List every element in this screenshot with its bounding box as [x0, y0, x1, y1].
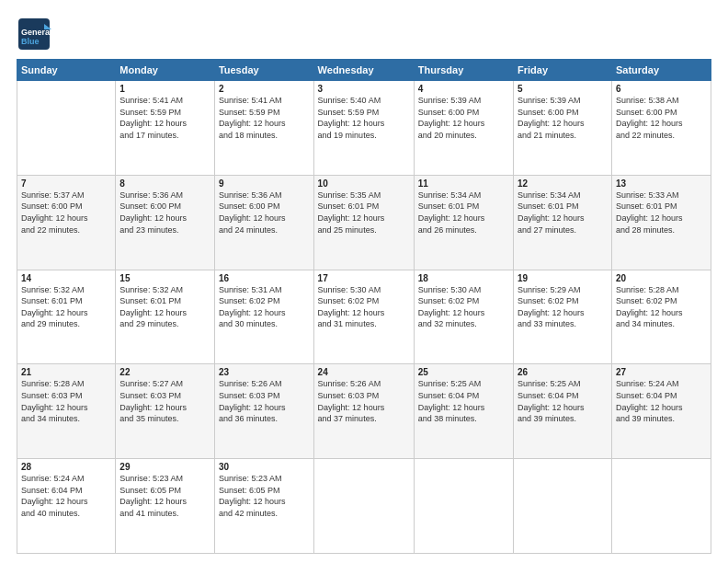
calendar-cell: 26Sunrise: 5:25 AM Sunset: 6:04 PM Dayli… [514, 364, 612, 459]
day-number: 25 [418, 367, 509, 377]
column-header-saturday: Saturday [611, 60, 711, 81]
day-number: 27 [616, 367, 707, 377]
day-number: 5 [518, 84, 608, 94]
day-number: 12 [518, 178, 608, 189]
day-info: Sunrise: 5:38 AM Sunset: 6:00 PM Dayligh… [616, 95, 707, 141]
day-info: Sunrise: 5:41 AM Sunset: 5:59 PM Dayligh… [119, 95, 210, 141]
calendar-week-row: 21Sunrise: 5:28 AM Sunset: 6:03 PM Dayli… [17, 364, 711, 459]
day-number: 4 [418, 84, 509, 94]
calendar-cell [611, 459, 711, 554]
calendar-cell: 21Sunrise: 5:28 AM Sunset: 6:03 PM Dayli… [17, 364, 116, 459]
day-info: Sunrise: 5:32 AM Sunset: 6:01 PM Dayligh… [21, 284, 111, 330]
calendar-cell: 1Sunrise: 5:41 AM Sunset: 5:59 PM Daylig… [116, 81, 215, 176]
day-info: Sunrise: 5:29 AM Sunset: 6:02 PM Dayligh… [518, 284, 608, 330]
day-info: Sunrise: 5:41 AM Sunset: 5:59 PM Dayligh… [219, 95, 310, 141]
calendar-cell: 25Sunrise: 5:25 AM Sunset: 6:04 PM Dayli… [414, 364, 513, 459]
day-info: Sunrise: 5:24 AM Sunset: 6:04 PM Dayligh… [616, 378, 707, 424]
day-number: 6 [616, 84, 707, 94]
calendar-cell: 10Sunrise: 5:35 AM Sunset: 6:01 PM Dayli… [313, 175, 414, 270]
calendar-cell: 16Sunrise: 5:31 AM Sunset: 6:02 PM Dayli… [214, 270, 313, 364]
day-number: 13 [616, 178, 707, 189]
calendar-cell [313, 459, 414, 554]
day-number: 22 [119, 367, 210, 377]
day-info: Sunrise: 5:36 AM Sunset: 6:00 PM Dayligh… [219, 190, 310, 236]
day-number: 23 [219, 367, 310, 377]
calendar-cell: 30Sunrise: 5:23 AM Sunset: 6:05 PM Dayli… [214, 459, 313, 554]
column-header-monday: Monday [116, 60, 215, 81]
day-info: Sunrise: 5:39 AM Sunset: 6:00 PM Dayligh… [418, 95, 509, 141]
day-number: 3 [318, 84, 410, 94]
calendar-cell: 9Sunrise: 5:36 AM Sunset: 6:00 PM Daylig… [214, 175, 313, 270]
day-number: 28 [21, 462, 111, 472]
header: General Blue [17, 17, 711, 52]
day-number: 16 [219, 273, 310, 283]
column-header-thursday: Thursday [414, 60, 513, 81]
calendar-cell: 2Sunrise: 5:41 AM Sunset: 5:59 PM Daylig… [214, 81, 313, 176]
day-info: Sunrise: 5:40 AM Sunset: 5:59 PM Dayligh… [318, 95, 410, 141]
day-info: Sunrise: 5:35 AM Sunset: 6:01 PM Dayligh… [318, 190, 410, 236]
day-info: Sunrise: 5:24 AM Sunset: 6:04 PM Dayligh… [21, 473, 111, 519]
day-number: 15 [119, 273, 210, 283]
calendar-cell: 12Sunrise: 5:34 AM Sunset: 6:01 PM Dayli… [514, 175, 612, 270]
calendar-cell: 13Sunrise: 5:33 AM Sunset: 6:01 PM Dayli… [611, 175, 711, 270]
day-info: Sunrise: 5:30 AM Sunset: 6:02 PM Dayligh… [318, 284, 410, 330]
day-info: Sunrise: 5:32 AM Sunset: 6:01 PM Dayligh… [119, 284, 210, 330]
day-info: Sunrise: 5:25 AM Sunset: 6:04 PM Dayligh… [418, 378, 509, 424]
calendar-cell [514, 459, 612, 554]
day-info: Sunrise: 5:37 AM Sunset: 6:00 PM Dayligh… [21, 190, 111, 236]
calendar-cell: 27Sunrise: 5:24 AM Sunset: 6:04 PM Dayli… [611, 364, 711, 459]
calendar-cell: 8Sunrise: 5:36 AM Sunset: 6:00 PM Daylig… [116, 175, 215, 270]
day-info: Sunrise: 5:28 AM Sunset: 6:02 PM Dayligh… [616, 284, 707, 330]
day-number: 21 [21, 367, 111, 377]
calendar-cell: 3Sunrise: 5:40 AM Sunset: 5:59 PM Daylig… [313, 81, 414, 176]
day-info: Sunrise: 5:36 AM Sunset: 6:00 PM Dayligh… [119, 190, 210, 236]
day-number: 19 [518, 273, 608, 283]
day-number: 18 [418, 273, 509, 283]
day-info: Sunrise: 5:31 AM Sunset: 6:02 PM Dayligh… [219, 284, 310, 330]
day-info: Sunrise: 5:33 AM Sunset: 6:01 PM Dayligh… [616, 190, 707, 236]
calendar-cell: 22Sunrise: 5:27 AM Sunset: 6:03 PM Dayli… [116, 364, 215, 459]
calendar-cell: 5Sunrise: 5:39 AM Sunset: 6:00 PM Daylig… [514, 81, 612, 176]
calendar-cell: 7Sunrise: 5:37 AM Sunset: 6:00 PM Daylig… [17, 175, 116, 270]
logo: General Blue [17, 17, 55, 52]
calendar-cell: 14Sunrise: 5:32 AM Sunset: 6:01 PM Dayli… [17, 270, 116, 364]
day-number: 9 [219, 178, 310, 189]
calendar-cell: 29Sunrise: 5:23 AM Sunset: 6:05 PM Dayli… [116, 459, 215, 554]
column-header-wednesday: Wednesday [313, 60, 414, 81]
calendar-header-row: SundayMondayTuesdayWednesdayThursdayFrid… [17, 60, 711, 81]
day-number: 17 [318, 273, 410, 283]
calendar-week-row: 7Sunrise: 5:37 AM Sunset: 6:00 PM Daylig… [17, 175, 711, 270]
day-number: 20 [616, 273, 707, 283]
calendar-cell [17, 81, 116, 176]
day-info: Sunrise: 5:26 AM Sunset: 6:03 PM Dayligh… [318, 378, 410, 424]
calendar-cell: 23Sunrise: 5:26 AM Sunset: 6:03 PM Dayli… [214, 364, 313, 459]
calendar-cell: 19Sunrise: 5:29 AM Sunset: 6:02 PM Dayli… [514, 270, 612, 364]
day-info: Sunrise: 5:34 AM Sunset: 6:01 PM Dayligh… [418, 190, 509, 236]
calendar-cell: 15Sunrise: 5:32 AM Sunset: 6:01 PM Dayli… [116, 270, 215, 364]
column-header-sunday: Sunday [17, 60, 116, 81]
logo-icon: General Blue [17, 17, 51, 52]
day-info: Sunrise: 5:23 AM Sunset: 6:05 PM Dayligh… [119, 473, 210, 519]
calendar-cell: 24Sunrise: 5:26 AM Sunset: 6:03 PM Dayli… [313, 364, 414, 459]
column-header-friday: Friday [514, 60, 612, 81]
day-info: Sunrise: 5:39 AM Sunset: 6:00 PM Dayligh… [518, 95, 608, 141]
page: General Blue SundayMondayTuesdayWednesda… [0, 0, 728, 563]
calendar-week-row: 28Sunrise: 5:24 AM Sunset: 6:04 PM Dayli… [17, 459, 711, 554]
day-number: 11 [418, 178, 509, 189]
calendar-cell: 18Sunrise: 5:30 AM Sunset: 6:02 PM Dayli… [414, 270, 513, 364]
calendar-cell: 28Sunrise: 5:24 AM Sunset: 6:04 PM Dayli… [17, 459, 116, 554]
calendar-table: SundayMondayTuesdayWednesdayThursdayFrid… [17, 59, 711, 554]
day-info: Sunrise: 5:26 AM Sunset: 6:03 PM Dayligh… [219, 378, 310, 424]
calendar-cell: 17Sunrise: 5:30 AM Sunset: 6:02 PM Dayli… [313, 270, 414, 364]
day-number: 30 [219, 462, 310, 472]
svg-text:Blue: Blue [21, 37, 40, 46]
calendar-week-row: 1Sunrise: 5:41 AM Sunset: 5:59 PM Daylig… [17, 81, 711, 176]
day-info: Sunrise: 5:34 AM Sunset: 6:01 PM Dayligh… [518, 190, 608, 236]
day-info: Sunrise: 5:28 AM Sunset: 6:03 PM Dayligh… [21, 378, 111, 424]
day-info: Sunrise: 5:25 AM Sunset: 6:04 PM Dayligh… [518, 378, 608, 424]
day-number: 8 [119, 178, 210, 189]
calendar-cell [414, 459, 513, 554]
day-info: Sunrise: 5:27 AM Sunset: 6:03 PM Dayligh… [119, 378, 210, 424]
day-number: 26 [518, 367, 608, 377]
day-number: 14 [21, 273, 111, 283]
